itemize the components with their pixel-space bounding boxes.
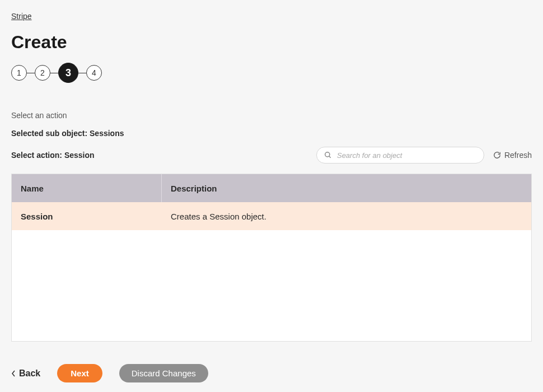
cell-description: Creates a Session object. [162,202,531,230]
refresh-label: Refresh [504,151,532,160]
selected-sub-object: Selected sub object: Sessions [11,129,532,138]
step-1[interactable]: 1 [11,65,27,81]
section-label: Select an action [11,111,532,120]
table-header: Name Description [12,174,531,202]
chevron-left-icon [11,370,16,377]
table-row[interactable]: Session Creates a Session object. [12,202,531,230]
footer-actions: Back Next Discard Changes [11,364,532,382]
cell-name: Session [12,202,162,230]
column-header-name[interactable]: Name [12,174,162,202]
stepper: 1 2 3 4 [11,63,532,83]
page-title: Create [11,32,532,53]
breadcrumb-stripe[interactable]: Stripe [11,12,32,21]
search-input[interactable] [316,147,484,164]
column-header-description[interactable]: Description [162,174,531,202]
step-4[interactable]: 4 [86,65,102,81]
refresh-button[interactable]: Refresh [493,151,532,160]
action-table: Name Description Session Creates a Sessi… [11,174,532,342]
discard-button[interactable]: Discard Changes [119,364,208,382]
back-label: Back [19,368,40,379]
back-button[interactable]: Back [11,368,40,379]
next-button[interactable]: Next [57,364,102,382]
refresh-icon [493,151,501,159]
step-3[interactable]: 3 [58,63,78,83]
step-connector [78,73,86,73]
select-action-line: Select action: Session [11,151,95,160]
search-icon [324,151,332,159]
step-connector [50,73,58,73]
step-2[interactable]: 2 [35,65,50,81]
step-connector [27,73,35,73]
svg-point-0 [325,152,330,157]
svg-line-1 [329,156,331,158]
